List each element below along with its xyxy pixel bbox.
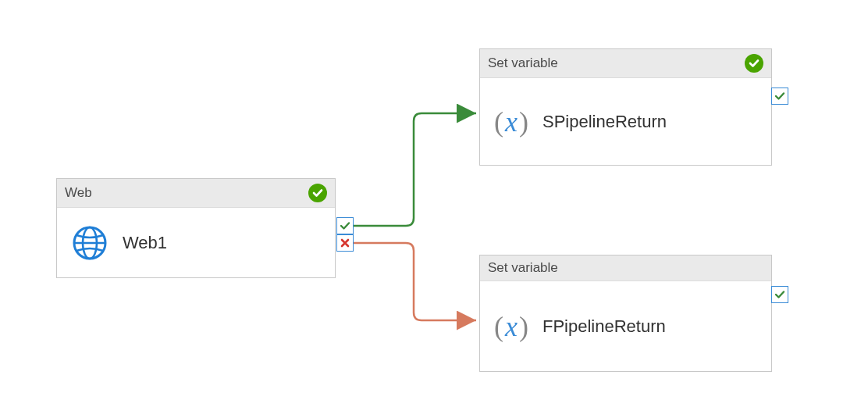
output-port-failure[interactable] bbox=[336, 234, 354, 252]
activity-body: (x) SPipelineReturn bbox=[480, 78, 771, 165]
output-port-success[interactable] bbox=[336, 217, 354, 234]
activity-web[interactable]: Web Web1 bbox=[56, 178, 336, 278]
output-port-success[interactable] bbox=[771, 88, 788, 105]
activity-header: Set variable bbox=[480, 49, 771, 78]
variable-icon: (x) bbox=[494, 313, 528, 341]
output-port-success[interactable] bbox=[771, 286, 788, 303]
variable-icon: (x) bbox=[494, 108, 528, 136]
activity-set-variable-failure[interactable]: Set variable (x) FPipelineReturn bbox=[479, 255, 772, 372]
activity-header: Set variable bbox=[480, 255, 771, 281]
success-connector bbox=[354, 113, 476, 226]
activity-name: Web1 bbox=[123, 233, 167, 253]
pipeline-canvas[interactable]: Web Web1 Set variab bbox=[0, 0, 868, 418]
activity-type-label: Web bbox=[65, 185, 92, 201]
success-icon bbox=[745, 54, 763, 73]
activity-body: (x) FPipelineReturn bbox=[480, 281, 771, 371]
activity-type-label: Set variable bbox=[488, 55, 558, 71]
activity-set-variable-success[interactable]: Set variable (x) SPipelineReturn bbox=[479, 48, 772, 166]
failure-connector bbox=[354, 243, 476, 320]
success-icon bbox=[308, 184, 327, 202]
activity-name: SPipelineReturn bbox=[542, 112, 667, 132]
globe-icon bbox=[71, 224, 108, 262]
activity-name: FPipelineReturn bbox=[542, 316, 666, 337]
activity-type-label: Set variable bbox=[488, 260, 558, 276]
activity-header: Web bbox=[57, 179, 335, 208]
activity-body: Web1 bbox=[57, 208, 335, 277]
